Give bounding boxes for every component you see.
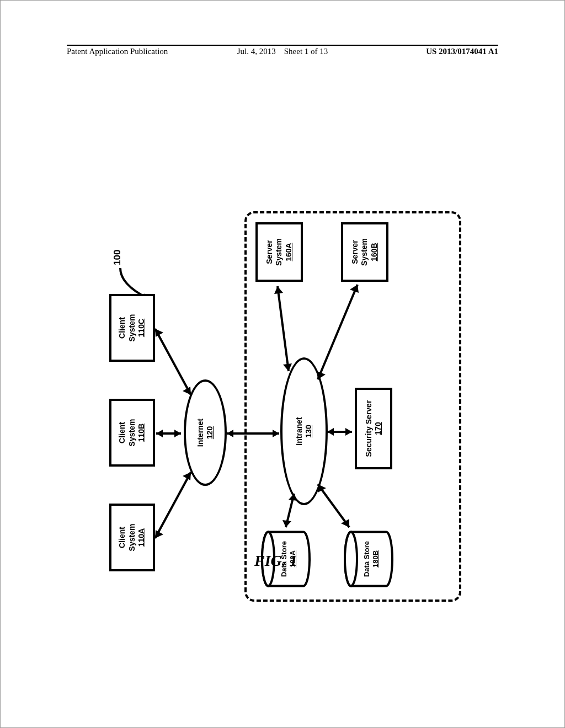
client-system-c: Client System 110C [109,294,155,362]
box-title: Client [118,317,127,339]
server-system-b: Server System 160B [341,222,388,282]
header-left: Patent Application Publication [67,47,211,56]
box-ref: 160B [370,243,380,261]
ellipse-ref: 120 [205,426,215,439]
box-sub: System [127,524,137,552]
data-store-b: Data Store 180B [344,530,393,588]
box-title: Client [118,422,127,443]
svg-line-2 [155,329,191,395]
svg-line-0 [155,472,191,538]
header-sheet: Sheet 1 of 13 [284,47,328,56]
box-title: Server [350,240,360,264]
connector-arrow-icon [280,490,300,531]
box-ref: 110B [137,424,147,442]
box-ref: 110C [137,319,147,337]
svg-line-9 [318,484,349,527]
connector-arrow-icon [313,479,355,531]
connector-arrow-icon [153,428,184,439]
connector-arrow-icon [152,320,196,403]
header-center: Jul. 4, 2013 Sheet 1 of 13 [211,47,355,56]
connector-arrow-icon [224,428,282,439]
box-title: Server [265,240,275,264]
box-title: Security Server [364,400,374,457]
security-server: Security Server 170 [355,388,392,469]
connector-arrow-icon [313,279,363,384]
ellipse-ref: 130 [304,425,313,437]
box-ref: 160A [284,243,294,261]
header-right: US 2013/0174041 A1 [354,47,498,56]
page-header: Patent Application Publication Jul. 4, 2… [67,45,498,56]
svg-line-10 [278,286,289,371]
client-system-b: Client System 110B [109,399,155,467]
diagram-number-label: 100 [112,250,123,265]
cyl-title: Data Store [363,541,371,577]
ellipse-title: Intranet [295,417,304,445]
connector-arrow-icon [152,464,196,547]
client-system-a: Client System 110A [109,504,155,571]
server-system-a: Server System 160A [255,222,303,282]
diagram-figure: 100 Client System 110A Client System 110… [109,127,457,602]
box-sub: System [127,314,137,342]
box-ref: 170 [374,422,383,435]
connector-arrow-icon [324,426,355,437]
box-sub: System [274,238,284,266]
box-sub: System [360,238,370,266]
box-ref: 110A [137,528,147,547]
ellipse-title: Internet [196,419,205,447]
header-date: Jul. 4, 2013 [237,47,276,56]
connector-arrow-icon [272,282,294,376]
box-title: Client [118,527,127,548]
figure-label: FIG. 1 [254,552,297,570]
box-sub: System [127,419,137,447]
cyl-ref: 180B [371,550,380,568]
svg-line-11 [318,285,358,379]
svg-point-7 [345,532,357,586]
